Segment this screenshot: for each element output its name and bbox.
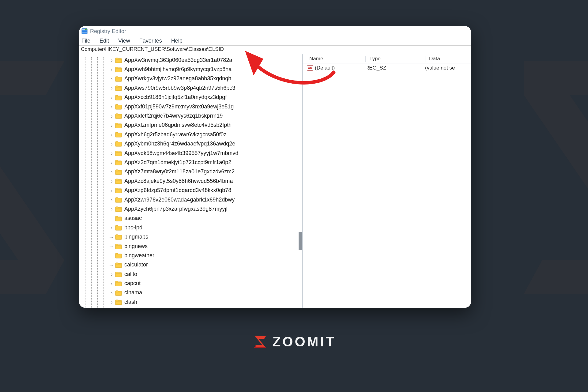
tree-item[interactable]: AppXzych6jbn7p3xzarpfwgxas39g87myyjf	[79, 204, 302, 213]
expand-arrow-icon[interactable]	[110, 104, 114, 109]
tree-item[interactable]: bingnews	[79, 242, 302, 251]
tree-item[interactable]: bingmaps	[79, 232, 302, 241]
tree-item[interactable]: CLSID	[79, 307, 302, 308]
tree-item-label: AppXzwr976v2e060wada4gabrk1x69h2dbwy	[124, 197, 235, 203]
expand-arrow-icon[interactable]	[110, 141, 114, 146]
expand-arrow-icon[interactable]	[110, 290, 114, 295]
tree-pane[interactable]: AppXw3nvmqt363p060ea53qg33er1a0782aAppXw…	[79, 54, 303, 308]
folder-icon	[115, 131, 124, 138]
tree-item-label: bingweather	[124, 252, 155, 259]
tree-item[interactable]: AppXzc8ajeke9yt5s0y88h6hvwqd556b4bma	[79, 176, 302, 186]
svg-rect-3	[82, 32, 87, 32]
col-type[interactable]: Type	[365, 56, 425, 62]
tree-item-label: AppXxf01pj590w7z9mxmyv3nx0a9ewj3e51g	[124, 104, 234, 110]
col-name[interactable]: Name	[303, 56, 365, 62]
tree-item[interactable]: AppXwh9bhtmjjhvmq9r6p9kymycqr1yzp8ha	[79, 65, 302, 74]
folder-icon	[115, 104, 124, 110]
tree-item[interactable]: asusac	[79, 214, 302, 223]
scrollbar-thumb[interactable]	[299, 232, 302, 250]
expand-arrow-icon[interactable]	[110, 76, 114, 81]
expand-arrow-icon[interactable]	[110, 132, 114, 137]
expand-arrow-icon[interactable]	[110, 160, 114, 165]
folder-icon	[115, 215, 124, 221]
expand-arrow-icon[interactable]	[110, 169, 114, 174]
tree-item[interactable]: AppXzwr976v2e060wada4gabrk1x69h2dbwy	[79, 195, 302, 204]
menu-help[interactable]: Help	[171, 38, 183, 44]
tree-item[interactable]: AppXxccb9186h1jcjtq5zf1a0mydqxz3dpgf	[79, 93, 302, 102]
tree-item[interactable]: bbc-ipd	[79, 223, 302, 232]
tree-item[interactable]: cinama	[79, 288, 302, 297]
expand-arrow-icon[interactable]	[110, 225, 114, 230]
tree-item-label: AppXxfzmfpme06qpdmsvw8etc4vd5sb2fpth	[124, 122, 232, 128]
tree-item[interactable]: callto	[79, 270, 302, 279]
tree-item-label: AppXz7mta8wty0t2m118za01e7gxdzdv6zm2	[124, 168, 235, 175]
tree-item[interactable]: AppXwrkgv3vjytw2z92anega8abb35xqdnqh	[79, 74, 302, 83]
tree-scrollbar[interactable]	[297, 54, 302, 308]
tree-item-label: AppXwrkgv3vjytw2z92anega8abb35xqdnqh	[124, 75, 232, 82]
tree-item[interactable]: AppXxfctf2rqj6c7b4wrvys6zq1bskprrn19	[79, 111, 302, 120]
expand-arrow-icon[interactable]	[110, 179, 114, 183]
folder-icon	[115, 234, 124, 240]
menu-edit[interactable]: Edit	[100, 38, 109, 44]
tree-item-label: bbc-ipd	[124, 224, 143, 231]
expand-arrow-icon[interactable]	[110, 300, 114, 304]
expand-arrow-icon[interactable]	[110, 123, 114, 128]
tree-item[interactable]: AppXydk58wgm44se4b399557yyyj1w7mbmvd	[79, 149, 302, 158]
tree-item[interactable]: AppXws790r9w5rbb9w3p8p4qb2n97s5h6pc3	[79, 83, 302, 92]
tree-item[interactable]: AppXz2d7qm1dmekjyt1p721ccpt9mfr1a0p2	[79, 158, 302, 167]
folder-icon	[115, 57, 124, 63]
zoomit-logo: ZOOMIT	[252, 334, 336, 350]
tree-item[interactable]: bingweather	[79, 251, 302, 260]
expand-arrow-icon[interactable]	[110, 206, 114, 211]
tree-item[interactable]: clash	[79, 297, 302, 307]
tree-item[interactable]: AppXxh6g2r5zbad6yrrawr6vkzgcrsa50f0z	[79, 130, 302, 139]
menu-favorites[interactable]: Favorites	[139, 38, 162, 44]
tree-item-label: AppXws790r9w5rbb9w3p8p4qb2n97s5h6pc3	[124, 85, 236, 91]
menu-bar: File Edit View Favorites Help	[79, 36, 471, 46]
folder-icon	[115, 206, 124, 212]
tree-item[interactable]: AppXxfzmfpme06qpdmsvw8etc4vd5sb2fpth	[79, 121, 302, 130]
address-text: Computer\HKEY_CURRENT_USER\Software\Clas…	[81, 46, 224, 52]
folder-icon	[115, 280, 124, 287]
tree-item-label: AppXxccb9186h1jcjtq5zf1a0mydqxz3dpgf	[124, 94, 227, 100]
svg-point-4	[85, 28, 87, 30]
values-header: Name Type Data	[303, 54, 471, 63]
folder-icon	[115, 159, 124, 166]
expand-arrow-icon[interactable]	[110, 58, 114, 62]
tree-item-label: AppXw3nvmqt363p060ea53qg33er1a0782a	[124, 57, 233, 63]
expand-arrow-icon[interactable]	[110, 197, 114, 202]
menu-file[interactable]: File	[81, 38, 90, 44]
regedit-icon	[81, 28, 88, 34]
folder-icon	[115, 66, 124, 73]
tree-item[interactable]: AppXw3nvmqt363p060ea53qg33er1a0782a	[79, 55, 302, 65]
folder-icon	[115, 85, 124, 91]
svg-marker-8	[255, 336, 266, 347]
value-row[interactable]: ab (Default) REG_SZ (value not se	[303, 63, 471, 73]
folder-icon	[115, 187, 124, 194]
address-bar[interactable]: Computer\HKEY_CURRENT_USER\Software\Clas…	[79, 46, 471, 54]
values-pane[interactable]: Name Type Data ab (Default) REG_SZ (valu…	[303, 54, 471, 308]
svg-text:ab: ab	[308, 66, 312, 70]
zoomit-z-icon	[252, 334, 268, 350]
menu-view[interactable]: View	[118, 38, 130, 44]
expand-arrow-icon[interactable]	[110, 85, 114, 90]
tree-item-label: cinama	[124, 289, 143, 296]
folder-icon	[115, 94, 124, 100]
tree-item[interactable]: calculator	[79, 260, 302, 270]
col-data[interactable]: Data	[425, 56, 471, 62]
tree-item-label: AppXz2d7qm1dmekjyt1p721ccpt9mfr1a0p2	[124, 159, 232, 166]
expand-arrow-icon[interactable]	[110, 188, 114, 193]
tree-item[interactable]: AppXzg6fdzp57dpmt1dqardd3y48kkx0qb78	[79, 186, 302, 195]
expand-arrow-icon[interactable]	[110, 114, 114, 119]
registry-editor-window: Registry Editor File Edit View Favorites…	[79, 26, 471, 308]
tree-item[interactable]: AppXz7mta8wty0t2m118za01e7gxdzdv6zm2	[79, 167, 302, 176]
tree-item[interactable]: capcut	[79, 279, 302, 288]
tree-item[interactable]: AppXybm0hz3h6qr4z6wdaaefvpq136awdq2e	[79, 139, 302, 149]
expand-arrow-icon[interactable]	[110, 151, 114, 156]
tree-item-label: bingnews	[124, 243, 148, 250]
expand-arrow-icon[interactable]	[110, 95, 114, 100]
expand-arrow-icon[interactable]	[110, 272, 114, 277]
tree-item[interactable]: AppXxf01pj590w7z9mxmyv3nx0a9ewj3e51g	[79, 102, 302, 111]
expand-arrow-icon[interactable]	[110, 281, 114, 286]
expand-arrow-icon[interactable]	[110, 67, 114, 72]
